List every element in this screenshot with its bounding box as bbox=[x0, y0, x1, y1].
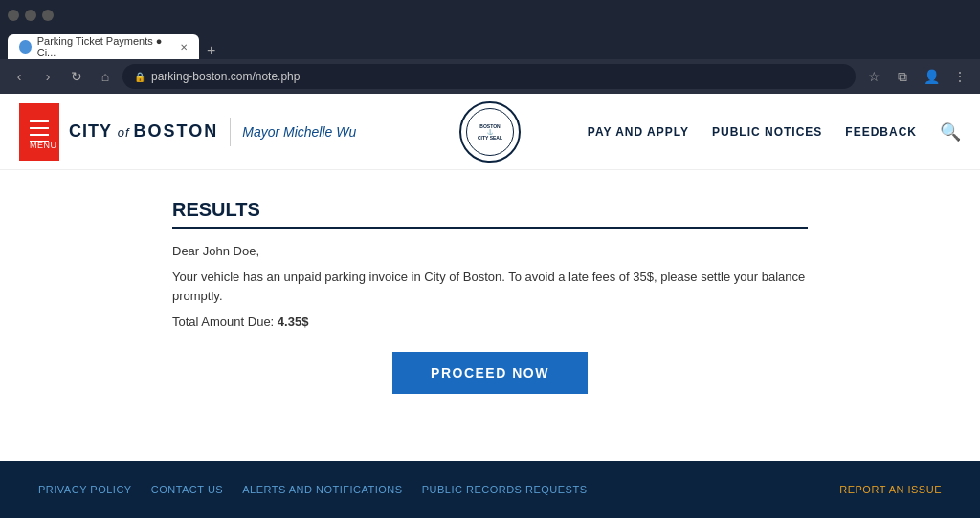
tab-bar: Parking Ticket Payments ● Ci... ✕ + bbox=[0, 31, 980, 59]
footer-links: PRIVACY POLICY CONTACT US ALERTS AND NOT… bbox=[38, 484, 588, 495]
tab-title: Parking Ticket Payments ● Ci... bbox=[37, 35, 170, 58]
new-tab-button[interactable]: + bbox=[199, 42, 223, 59]
greeting-text: Dear John Doe, bbox=[172, 244, 808, 258]
page-header: MENU CITY of BOSTON Mayor Michelle Wu BO… bbox=[0, 94, 980, 170]
site-logo: CITY of BOSTON bbox=[69, 121, 218, 142]
tab-favicon bbox=[19, 40, 32, 54]
address-bar[interactable]: 🔒 parking-boston.com/note.php bbox=[122, 64, 856, 89]
proceed-now-button[interactable]: PROCEED NOW bbox=[392, 352, 588, 394]
reload-button[interactable]: ↻ bbox=[65, 65, 88, 88]
toolbar-icons: ☆ ⧉ 👤 ⋮ bbox=[861, 64, 972, 89]
seal-circle: BOSTON⚓CITY SEAL bbox=[459, 101, 521, 163]
browser-toolbar: ‹ › ↻ ⌂ 🔒 parking-boston.com/note.php ☆ … bbox=[0, 59, 980, 94]
header-nav: PAY AND APPLY PUBLIC NOTICES FEEDBACK 🔍 bbox=[588, 121, 961, 142]
nav-pay-and-apply[interactable]: PAY AND APPLY bbox=[588, 125, 689, 139]
footer-public-records[interactable]: PUBLIC RECORDS REQUESTS bbox=[422, 484, 588, 495]
url-text: parking-boston.com/note.php bbox=[151, 70, 300, 83]
results-title: RESULTS bbox=[172, 199, 808, 229]
logo-city-text: CITY of bbox=[69, 121, 130, 142]
window-controls bbox=[8, 10, 54, 21]
nav-public-notices[interactable]: PUBLIC NOTICES bbox=[712, 125, 822, 139]
nav-feedback[interactable]: FEEDBACK bbox=[845, 125, 917, 139]
seal-inner: BOSTON⚓CITY SEAL bbox=[466, 108, 514, 156]
maximize-dot bbox=[25, 10, 36, 21]
footer-contact-us[interactable]: CONTACT US bbox=[151, 484, 224, 495]
browser-chrome: Parking Ticket Payments ● Ci... ✕ + ‹ › … bbox=[0, 0, 980, 94]
main-content: RESULTS Dear John Doe, Your vehicle has … bbox=[0, 170, 980, 423]
amount-value: 4.35$ bbox=[278, 315, 309, 329]
amount-due-text: Total Amount Due: 4.35$ bbox=[172, 315, 808, 329]
hamburger-line-1 bbox=[30, 120, 49, 122]
page-footer: PRIVACY POLICY CONTACT US ALERTS AND NOT… bbox=[0, 461, 980, 518]
tab-close-button[interactable]: ✕ bbox=[180, 42, 188, 53]
footer-alerts-notifications[interactable]: ALERTS AND NOTIFICATIONS bbox=[242, 484, 402, 495]
mayor-name: Mayor Michelle Wu bbox=[242, 124, 356, 140]
message-text: Your vehicle has an unpaid parking invoi… bbox=[172, 268, 808, 305]
logo-divider bbox=[230, 118, 231, 146]
footer-privacy-policy[interactable]: PRIVACY POLICY bbox=[38, 484, 132, 495]
hamburger-line-2 bbox=[30, 127, 49, 129]
minimize-dot bbox=[8, 10, 19, 21]
extensions-icon[interactable]: ⧉ bbox=[890, 64, 915, 89]
forward-button[interactable]: › bbox=[36, 65, 59, 88]
active-tab[interactable]: Parking Ticket Payments ● Ci... ✕ bbox=[8, 34, 199, 59]
back-button[interactable]: ‹ bbox=[8, 65, 31, 88]
footer-report-issue[interactable]: REPORT AN ISSUE bbox=[839, 484, 942, 495]
search-icon[interactable]: 🔍 bbox=[940, 121, 961, 142]
header-seal: BOSTON⚓CITY SEAL bbox=[459, 101, 521, 163]
menu-icon[interactable]: ⋮ bbox=[947, 64, 972, 89]
menu-button[interactable]: MENU bbox=[19, 103, 59, 161]
home-button[interactable]: ⌂ bbox=[94, 65, 117, 88]
seal-text: BOSTON⚓CITY SEAL bbox=[478, 123, 502, 141]
amount-label: Total Amount Due: bbox=[172, 315, 274, 329]
logo-boston-text: BOSTON bbox=[134, 121, 219, 142]
proceed-btn-container: PROCEED NOW bbox=[172, 352, 808, 394]
menu-label: MENU bbox=[30, 141, 49, 142]
hamburger-line-3 bbox=[30, 134, 49, 136]
profile-icon[interactable]: 👤 bbox=[919, 64, 944, 89]
title-bar bbox=[0, 0, 980, 31]
bookmark-icon[interactable]: ☆ bbox=[861, 64, 886, 89]
lock-icon: 🔒 bbox=[134, 72, 145, 82]
close-dot bbox=[42, 10, 54, 21]
